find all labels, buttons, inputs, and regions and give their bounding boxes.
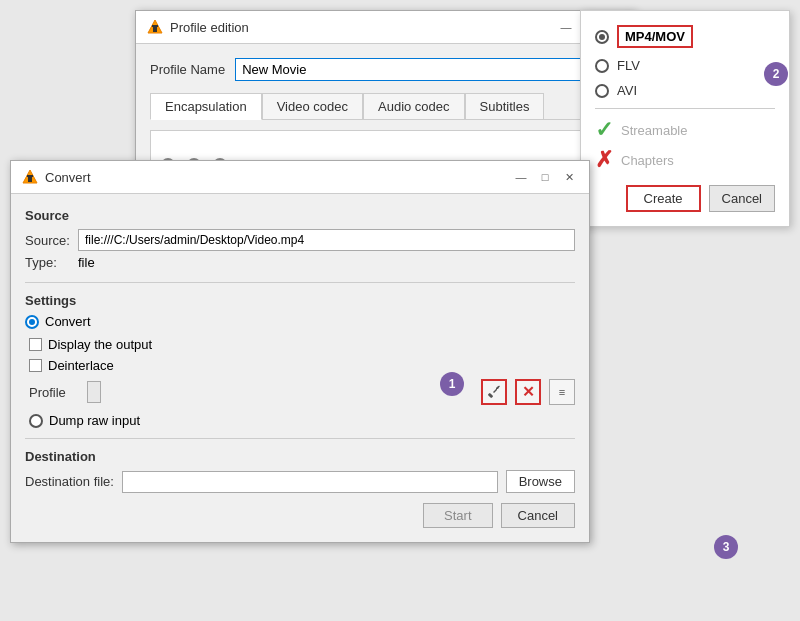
svg-rect-4 — [28, 177, 32, 182]
format-flv-option: FLV — [595, 58, 775, 73]
tab-subtitles[interactable]: Subtitles — [465, 93, 545, 119]
dest-file-input[interactable] — [122, 471, 498, 493]
format-mp4-option: MP4/MOV — [595, 25, 775, 48]
profile-title-text: Profile edition — [170, 20, 550, 35]
streamable-row: ✓ Streamable — [595, 119, 775, 141]
profile-name-row: Profile Name — [150, 58, 620, 81]
dump-radio-button[interactable] — [29, 414, 43, 428]
dump-label: Dump raw input — [49, 413, 140, 428]
delete-profile-button[interactable]: ✕ — [515, 379, 541, 405]
display-output-label: Display the output — [48, 337, 152, 352]
convert-radio-row: Convert — [25, 314, 575, 329]
vlc-logo-icon — [146, 18, 164, 36]
convert-restore-button[interactable]: □ — [535, 167, 555, 187]
source-file-input[interactable] — [78, 229, 575, 251]
deinterlace-row: Deinterlace — [25, 358, 575, 373]
convert-close-button[interactable]: ✕ — [559, 167, 579, 187]
tab-video-codec[interactable]: Video codec — [262, 93, 363, 119]
convert-minimize-button[interactable]: — — [511, 167, 531, 187]
mp4-radio-button[interactable] — [595, 30, 609, 44]
add-profile-button[interactable]: ≡ — [549, 379, 575, 405]
step-3-badge: 3 — [714, 535, 738, 559]
chapters-cross-icon: ✗ — [595, 149, 613, 171]
wrench-icon — [487, 385, 501, 399]
convert-titlebar: Convert — □ ✕ — [11, 161, 589, 194]
flv-label: FLV — [617, 58, 640, 73]
svg-rect-6 — [488, 393, 494, 399]
destination-section-label: Destination — [25, 449, 575, 464]
streamable-check-icon: ✓ — [595, 119, 613, 141]
start-button[interactable]: Start — [423, 503, 492, 528]
svg-rect-5 — [27, 175, 33, 177]
svg-rect-2 — [152, 25, 158, 27]
profile-minimize-button[interactable]: — — [556, 17, 576, 37]
profile-select-wrapper — [87, 381, 473, 403]
cancel-button[interactable]: Cancel — [501, 503, 575, 528]
profile-titlebar: Profile edition — □ ✕ — [136, 11, 634, 44]
convert-title-text: Convert — [45, 170, 505, 185]
browse-button[interactable]: Browse — [506, 470, 575, 493]
convert-radio-label: Convert — [45, 314, 91, 329]
deinterlace-label: Deinterlace — [48, 358, 114, 373]
convert-vlc-logo-icon — [21, 168, 39, 186]
chapters-label: Chapters — [621, 153, 674, 168]
tab-encapsulation[interactable]: Encapsulation — [150, 93, 262, 120]
source-file-label: Source: — [25, 233, 70, 248]
step-1-badge: 1 — [440, 372, 464, 396]
dump-row: Dump raw input — [25, 413, 575, 428]
avi-radio-button[interactable] — [595, 84, 609, 98]
avi-label: AVI — [617, 83, 637, 98]
create-button[interactable]: Create — [626, 185, 701, 212]
convert-content: Source Source: Type: file Settings Conve… — [11, 194, 589, 542]
source-section-label: Source — [25, 208, 575, 223]
profile-name-label: Profile Name — [150, 62, 225, 77]
source-row: Source: — [25, 229, 575, 251]
edit-profile-button[interactable] — [481, 379, 507, 405]
dest-row: Destination file: Browse — [25, 470, 575, 493]
mp4-label: MP4/MOV — [617, 25, 693, 48]
profile-select[interactable] — [87, 381, 101, 403]
profile-row: Profile ✕ ≡ — [25, 379, 575, 405]
profile-name-input[interactable] — [235, 58, 620, 81]
right-panel: MP4/MOV FLV AVI ✓ Streamable ✗ Chapters … — [580, 10, 790, 227]
dest-file-label: Destination file: — [25, 474, 114, 489]
convert-radio-button[interactable] — [25, 315, 39, 329]
bottom-buttons: Start Cancel — [25, 503, 575, 528]
display-output-checkbox[interactable] — [29, 338, 42, 351]
tabs-row: Encapsulation Video codec Audio codec Su… — [150, 93, 620, 120]
flv-radio-button[interactable] — [595, 59, 609, 73]
format-avi-option: AVI — [595, 83, 775, 98]
type-row: Type: file — [25, 255, 575, 270]
svg-rect-1 — [153, 27, 157, 32]
chapters-row: ✗ Chapters — [595, 149, 775, 171]
display-output-row: Display the output — [25, 337, 575, 352]
settings-section-label: Settings — [25, 293, 575, 308]
profile-row-label: Profile — [29, 385, 79, 400]
type-value: file — [78, 255, 95, 270]
streamable-label: Streamable — [621, 123, 687, 138]
right-cancel-button[interactable]: Cancel — [709, 185, 775, 212]
deinterlace-checkbox[interactable] — [29, 359, 42, 372]
convert-window: Convert — □ ✕ Source Source: Type: file … — [10, 160, 590, 543]
convert-window-controls: — □ ✕ — [511, 167, 579, 187]
tab-audio-codec[interactable]: Audio codec — [363, 93, 465, 119]
step-2-badge: 2 — [764, 62, 788, 86]
type-label: Type: — [25, 255, 70, 270]
right-bottom-buttons: Create Cancel — [595, 185, 775, 212]
